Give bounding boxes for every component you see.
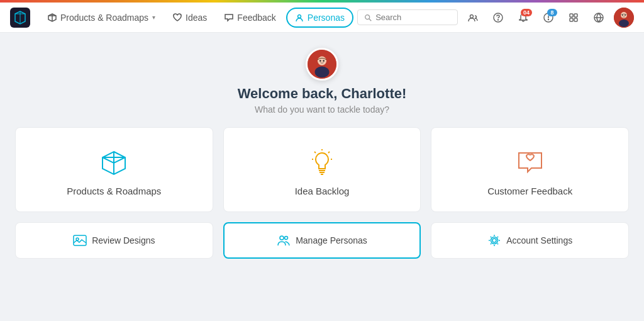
svg-point-33 [491, 237, 498, 244]
welcome-title: Welcome back, Charlotte! [238, 86, 407, 102]
main-content: Welcome back, Charlotte! What do you wan… [0, 33, 644, 269]
chat-icon [225, 13, 233, 22]
svg-point-19 [318, 57, 326, 65]
card-label-designs: Review Designs [92, 235, 155, 245]
notifications-icon-btn[interactable]: 04 [513, 8, 533, 28]
nav-item-ideas[interactable]: Ideas [165, 9, 214, 26]
gear-card-icon [487, 234, 501, 247]
card-label-personas: Manage Personas [296, 235, 367, 245]
svg-rect-28 [74, 235, 86, 245]
help-icon-btn[interactable] [488, 8, 508, 28]
search-input[interactable] [375, 13, 451, 22]
users-icon [468, 13, 478, 23]
nav-label-personas: Personas [308, 13, 345, 23]
card-review-designs[interactable]: Review Designs [15, 222, 213, 259]
svg-point-1 [297, 14, 301, 18]
card-customer-feedback[interactable]: Customer Feedback [431, 127, 629, 212]
personas-card-icon [277, 234, 291, 247]
person-icon [295, 13, 304, 22]
nav-item-personas[interactable]: Personas [286, 8, 353, 28]
svg-point-20 [315, 67, 330, 78]
card-manage-personas[interactable]: Manage Personas [223, 222, 421, 259]
nav-label-feedback: Feedback [237, 13, 275, 23]
box-card-icon [99, 148, 129, 178]
svg-point-21 [319, 60, 321, 62]
card-label-products: Products & Roadmaps [67, 186, 161, 196]
globe-icon-btn[interactable] [589, 8, 609, 28]
card-label-idea: Idea Backlog [295, 186, 350, 196]
nav-item-products[interactable]: Products & Roadmaps ▾ [40, 9, 163, 26]
card-label-feedback: Customer Feedback [487, 186, 572, 196]
main-nav: Products & Roadmaps ▾ Ideas Feedback [40, 8, 357, 28]
notifications-badge: 04 [521, 9, 532, 16]
heart-chat-card-icon [515, 148, 545, 178]
nav-item-feedback[interactable]: Feedback [217, 9, 283, 26]
search-box[interactable] [357, 9, 458, 25]
svg-point-15 [619, 20, 629, 27]
avatar-image [614, 8, 634, 28]
card-products-roadmaps[interactable]: Products & Roadmaps [15, 127, 213, 212]
chevron-icon: ▾ [152, 14, 155, 21]
users-icon-btn[interactable] [463, 8, 483, 28]
lightbulb-card-icon [307, 148, 337, 178]
box-icon [48, 13, 57, 22]
image-card-icon [73, 234, 87, 247]
welcome-section: Welcome back, Charlotte! What do you wan… [238, 48, 407, 115]
app-logo[interactable] [10, 8, 30, 28]
svg-line-25 [314, 152, 316, 153]
card-idea-backlog[interactable]: Idea Backlog [223, 127, 421, 212]
svg-point-3 [470, 14, 474, 18]
puzzle-icon [569, 13, 579, 23]
welcome-avatar [306, 48, 338, 81]
help-icon [493, 13, 503, 23]
search-icon [364, 13, 372, 22]
alerts-badge: 8 [547, 9, 557, 16]
heart-icon [173, 13, 182, 22]
svg-point-16 [622, 14, 623, 16]
svg-line-24 [328, 152, 330, 153]
header-right: 04 8 [357, 8, 634, 28]
svg-point-2 [365, 14, 370, 19]
integrations-icon-btn[interactable] [564, 8, 584, 28]
nav-label-products: Products & Roadmaps [60, 13, 148, 23]
header: Products & Roadmaps ▾ Ideas Feedback [0, 3, 644, 33]
welcome-avatar-image [308, 48, 336, 81]
card-account-settings[interactable]: Account Settings [431, 222, 629, 259]
svg-point-5 [498, 20, 499, 20]
svg-point-7 [548, 19, 549, 20]
svg-point-17 [625, 14, 626, 16]
svg-point-31 [285, 237, 288, 240]
welcome-subtitle: What do you want to tackle today? [255, 104, 389, 115]
svg-rect-9 [574, 14, 577, 17]
alerts-icon-btn[interactable]: 8 [538, 8, 558, 28]
svg-point-22 [323, 60, 325, 62]
cards-grid: Products & Roadmaps Idea Backlog [15, 127, 629, 259]
user-avatar[interactable] [614, 8, 634, 28]
globe-icon [594, 13, 604, 23]
svg-point-32 [492, 239, 496, 242]
svg-rect-10 [570, 18, 573, 21]
svg-point-30 [280, 236, 284, 240]
svg-rect-11 [574, 18, 577, 21]
card-label-settings: Account Settings [506, 235, 572, 245]
nav-label-ideas: Ideas [186, 13, 207, 23]
svg-rect-8 [570, 14, 573, 17]
